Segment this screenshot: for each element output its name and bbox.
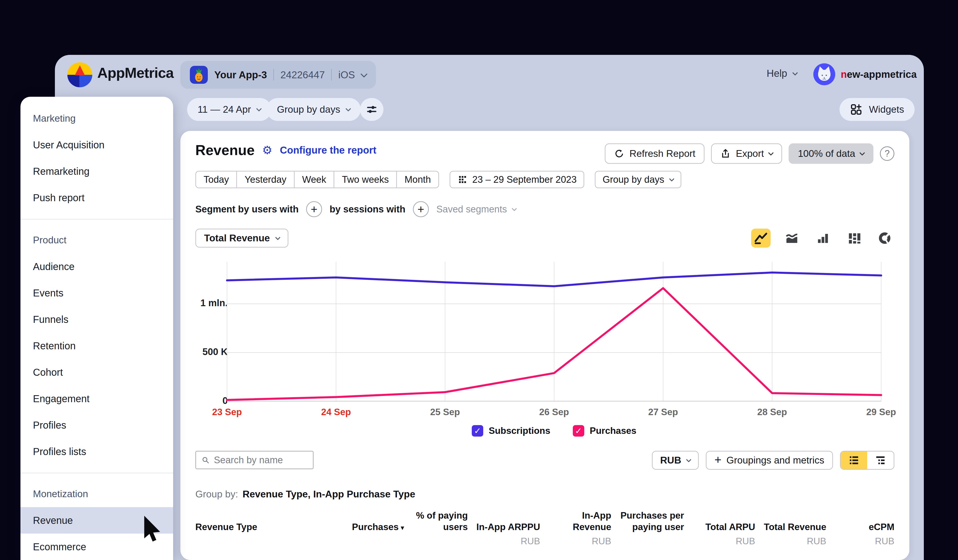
column-unit (611, 536, 684, 547)
column-header-purchases-per-paying-user[interactable]: Purchases per paying user (611, 510, 684, 533)
y-tick-label: 1 mln. (195, 298, 228, 308)
column-header-total-arpu[interactable]: Total ARPU (684, 521, 755, 533)
refresh-report-button[interactable]: Refresh Report (605, 143, 704, 164)
tree-list-icon (874, 454, 887, 467)
range-button-yesterday[interactable]: Yesterday (236, 171, 295, 188)
report-grouping-dropdown[interactable]: Group by days (595, 171, 681, 188)
column-header--of-paying-users[interactable]: % of paying users (404, 510, 468, 533)
search-box (195, 451, 314, 469)
x-tick-label: 28 Sep (750, 407, 795, 418)
segment-users-label: Segment by users with (195, 204, 299, 215)
checkbox-icon[interactable]: ✓ (472, 425, 483, 437)
range-button-two-weeks[interactable]: Two weeks (333, 171, 397, 188)
filters-button[interactable] (360, 98, 384, 121)
range-button-today[interactable]: Today (195, 171, 237, 188)
sidebar-section-marketing: Marketing (21, 105, 173, 132)
sidebar-divider (21, 473, 173, 473)
tree-list-view-button[interactable] (867, 452, 894, 469)
add-user-segment-button[interactable]: + (306, 201, 322, 217)
add-session-segment-button[interactable]: + (413, 201, 429, 217)
widgets-button[interactable]: Widgets (839, 98, 915, 121)
chart-type-switcher (751, 229, 895, 248)
export-label: Export (736, 148, 764, 159)
calendar-range-button[interactable]: 23 – 29 September 2023 (450, 171, 584, 188)
sidebar-item-engagement[interactable]: Engagement (21, 386, 173, 412)
area-chart-icon (785, 231, 799, 245)
legend-label: Subscriptions (489, 426, 550, 436)
chart-type-line-button[interactable] (751, 229, 771, 248)
checkbox-icon[interactable]: ✓ (573, 425, 584, 437)
sampling-dropdown[interactable]: 100% of data (788, 143, 874, 164)
chevron-down-icon (275, 235, 281, 240)
sidebar-item-retention[interactable]: Retention (21, 332, 173, 359)
table-controls-right: RUB + Groupings and metrics (652, 451, 895, 470)
sidebar-item-funnels[interactable]: Funnels (21, 306, 173, 332)
column-label: eCPM (869, 521, 895, 533)
legend-item-purchases[interactable]: ✓Purchases (573, 425, 636, 437)
chevron-down-icon (669, 176, 674, 182)
flat-list-view-button[interactable] (841, 452, 867, 469)
global-date-range-dropdown[interactable]: 11 — 24 Apr (187, 98, 271, 121)
column-header-in-app-arppu[interactable]: In-App ARPPU (468, 521, 540, 533)
sidebar-item-cohort[interactable]: Cohort (21, 359, 173, 386)
mouse-cursor (143, 515, 161, 543)
sidebar-item-profiles-lists[interactable]: Profiles lists (21, 438, 173, 465)
column-header-revenue-type[interactable]: Revenue Type (195, 521, 349, 533)
legend-item-subscriptions[interactable]: ✓Subscriptions (472, 425, 550, 437)
help-menu[interactable]: Help (767, 68, 797, 79)
groupings-and-metrics-button[interactable]: + Groupings and metrics (706, 451, 833, 470)
sidebar-item-push-report[interactable]: Push report (21, 185, 173, 211)
column-header-ecpm[interactable]: eCPM (826, 521, 895, 533)
help-label: Help (767, 68, 787, 79)
table-view-toggle (840, 451, 895, 470)
widgets-label: Widgets (869, 104, 904, 115)
app-id: 24226447 (281, 69, 325, 81)
currency-dropdown[interactable]: RUB (652, 451, 699, 470)
account-menu[interactable]: new-appmetrica (813, 63, 917, 85)
export-icon (720, 148, 731, 159)
sort-desc-icon: ▾ (401, 524, 404, 532)
column-header-purchases[interactable]: Purchases▾ (349, 521, 404, 533)
column-unit (195, 536, 349, 547)
chevron-down-icon (256, 106, 262, 112)
appmetrica-logo-icon (67, 62, 92, 87)
range-button-month[interactable]: Month (396, 171, 439, 188)
sidebar-item-audience[interactable]: Audience (21, 253, 173, 280)
search-icon (201, 455, 210, 465)
saved-segments-dropdown[interactable]: Saved segments (436, 204, 516, 215)
chart-type-stacked-button[interactable] (844, 229, 863, 248)
column-header-in-app-revenue[interactable]: In-App Revenue (540, 510, 611, 533)
column-label: Purchases per paying user (615, 510, 684, 533)
configure-report-link[interactable]: Configure the report (280, 145, 376, 156)
chart-type-area-button[interactable] (782, 229, 802, 248)
column-label: Total ARPU (706, 521, 755, 533)
account-name: new-appmetrica (841, 69, 917, 80)
sidebar-item-profiles[interactable]: Profiles (21, 412, 173, 438)
chart-type-bar-button[interactable] (813, 229, 833, 248)
line-chart-icon (754, 231, 768, 245)
line-chart-plot (227, 262, 881, 402)
date-range-label: 11 — 24 Apr (198, 104, 251, 115)
sidebar-item-remarketing[interactable]: Remarketing (21, 158, 173, 185)
chart-legend: ✓Subscriptions✓Purchases (227, 425, 881, 437)
search-input[interactable] (214, 455, 308, 465)
pie-chart-icon (877, 231, 892, 245)
global-grouping-dropdown[interactable]: Group by days (266, 98, 361, 121)
chart-type-pie-button[interactable] (875, 229, 895, 248)
export-button[interactable]: Export (711, 143, 782, 164)
column-header-total-revenue[interactable]: Total Revenue (755, 521, 826, 533)
sidebar-item-events[interactable]: Events (21, 280, 173, 306)
segment-sessions-label: by sessions with (330, 204, 405, 215)
column-unit (349, 536, 404, 547)
range-button-week[interactable]: Week (294, 171, 334, 188)
x-tick-label: 27 Sep (641, 407, 685, 418)
help-icon[interactable]: ? (880, 146, 895, 161)
calendar-grid-icon (457, 174, 468, 185)
sidebar-item-user-acquisition[interactable]: User Acquisition (21, 132, 173, 158)
report-title-row: Revenue ⚙ Configure the report (195, 142, 376, 158)
column-label: In-App Revenue (568, 510, 611, 533)
app-selector[interactable]: Your App-3 24226447 iOS (180, 61, 376, 89)
grouping-label: Group by days (277, 104, 340, 115)
metric-selector-dropdown[interactable]: Total Revenue (195, 229, 289, 248)
chevron-down-icon (360, 71, 368, 78)
